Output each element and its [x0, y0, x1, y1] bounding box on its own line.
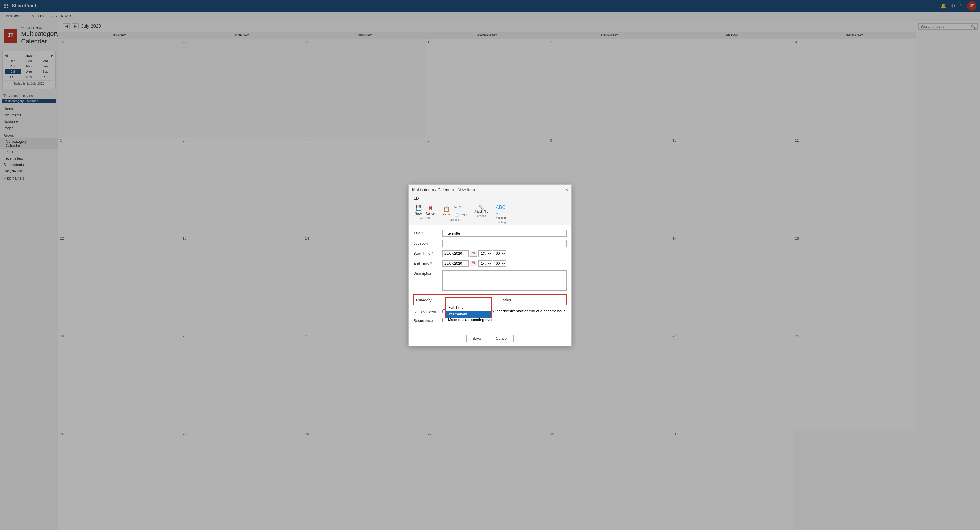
- description-input[interactable]: [442, 270, 567, 291]
- actions-label: Actions: [477, 214, 486, 218]
- modal-title: Multicategory Calendar - New Item: [412, 187, 475, 192]
- cancel-icon: ✖: [428, 205, 433, 211]
- cat-option-check[interactable]: ✓: [446, 298, 492, 304]
- category-container: ✓ Full Time Intermittent value:: [445, 297, 564, 302]
- modal-body: Title * Location Start Time * 📅 13:: [409, 225, 571, 331]
- start-date-input[interactable]: [442, 251, 469, 257]
- recurrence-label: Recurrence: [413, 318, 442, 323]
- modal-overlay: Multicategory Calendar - New Item × EDIT…: [0, 0, 980, 530]
- commit-label: Commit: [420, 216, 430, 219]
- cat-option-fulltime[interactable]: Full Time: [446, 304, 492, 311]
- save-button[interactable]: 💾 Save: [413, 204, 424, 216]
- modal-titlebar: Multicategory Calendar - New Item ×: [409, 185, 571, 195]
- recurrence-text: Make this a repeating event.: [448, 318, 496, 322]
- clipboard-label: Clipboard: [449, 218, 461, 222]
- category-label: Category: [416, 297, 445, 302]
- start-cal-btn[interactable]: 📅: [470, 251, 477, 257]
- start-min-select[interactable]: 00: [493, 251, 506, 257]
- start-time-row: Start Time * 📅 13: 00: [413, 251, 567, 257]
- title-row: Title *: [413, 230, 567, 237]
- attach-icon: 📎: [479, 205, 484, 209]
- attach-button[interactable]: 📎 Attach File: [473, 204, 489, 214]
- modal: Multicategory Calendar - New Item × EDIT…: [408, 184, 572, 346]
- end-cal-btn[interactable]: 📅: [470, 261, 477, 267]
- modal-close-btn[interactable]: ×: [565, 187, 568, 192]
- title-label: Title *: [413, 230, 442, 235]
- start-hour-select[interactable]: 13:: [478, 251, 492, 257]
- category-dropdown: ✓ Full Time Intermittent: [445, 297, 492, 318]
- toolbar-spelling-group: ABC✓ Spelling Spelling: [492, 204, 509, 224]
- title-input[interactable]: [442, 230, 567, 237]
- description-label: Description: [413, 270, 442, 276]
- toolbar-clipboard-group: 📋 Paste ✂ Cut 📄 Copy Clipboa: [439, 204, 471, 222]
- toolbar-commit-group: 💾 Save ✖ Cancel Commit: [411, 204, 439, 219]
- modal-save-btn[interactable]: Save: [466, 335, 487, 342]
- category-value-label: value:: [502, 297, 512, 302]
- location-row: Location: [413, 240, 567, 247]
- description-row: Description: [413, 270, 567, 291]
- copy-button[interactable]: 📄 Copy: [453, 211, 468, 218]
- spelling-button[interactable]: ABC✓ Spelling: [495, 204, 507, 220]
- recurrence-checkbox-row: Make this a repeating event.: [442, 318, 496, 322]
- end-time-label: End Time *: [413, 260, 442, 266]
- start-time-label: Start Time *: [413, 251, 442, 255]
- cut-button[interactable]: ✂ Cut: [453, 204, 468, 211]
- location-label: Location: [413, 240, 442, 246]
- category-row-inner: ✓ Full Time Intermittent value:: [445, 297, 564, 302]
- spelling-icon: ABC✓: [496, 205, 506, 216]
- check-icon: ✓: [448, 299, 451, 303]
- modal-toolbar: 💾 Save ✖ Cancel Commit 📋 Paste: [409, 203, 571, 225]
- location-input[interactable]: [442, 240, 567, 247]
- modal-footer: Save Cancel: [409, 331, 571, 346]
- modal-tab-edit[interactable]: EDIT: [411, 195, 425, 202]
- category-row: Category ✓ Full Time: [413, 294, 567, 305]
- start-datetime: 📅 13: 00: [442, 251, 506, 257]
- end-time-row: End Time * 📅 14: 00: [413, 260, 567, 267]
- cancel-button[interactable]: ✖ Cancel: [425, 204, 436, 216]
- toolbar-actions-group: 📎 Attach File Actions: [471, 204, 492, 218]
- end-hour-select[interactable]: 14:: [478, 260, 492, 267]
- copy-icon: 📄: [454, 212, 459, 217]
- spelling-group-label: Spelling: [496, 220, 506, 224]
- paste-button[interactable]: 📋 Paste: [441, 205, 452, 217]
- cut-icon: ✂: [454, 205, 458, 209]
- cat-option-intermittent[interactable]: Intermittent: [446, 311, 492, 318]
- save-icon: 💾: [415, 205, 422, 211]
- recurrence-checkbox[interactable]: [442, 318, 446, 322]
- all-day-label: All Day Event: [413, 309, 442, 314]
- recurrence-row: Recurrence Make this a repeating event.: [413, 318, 567, 323]
- end-min-select[interactable]: 00: [493, 260, 506, 267]
- modal-cancel-btn[interactable]: Cancel: [490, 335, 514, 342]
- paste-icon: 📋: [443, 206, 450, 212]
- end-date-input[interactable]: [442, 260, 469, 267]
- modal-ribbon: EDIT: [409, 195, 571, 203]
- end-datetime: 📅 14: 00: [442, 260, 506, 267]
